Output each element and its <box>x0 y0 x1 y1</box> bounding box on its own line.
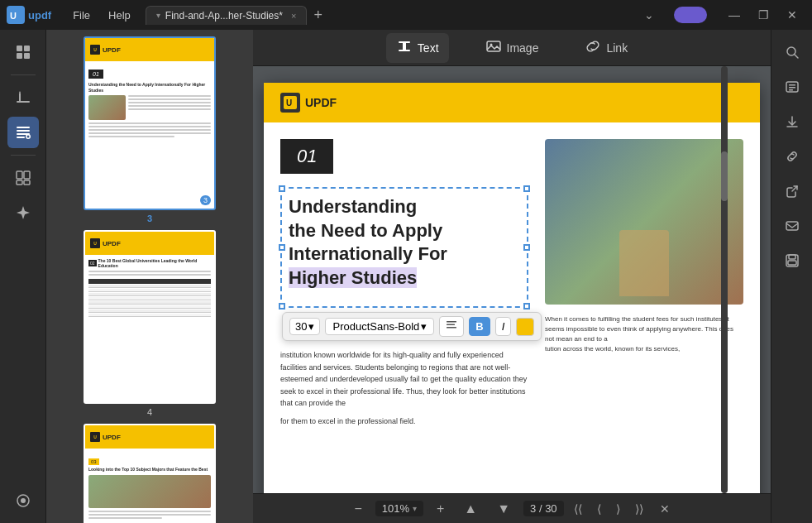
svg-rect-37 <box>789 89 793 91</box>
thumb3-logo-u: U <box>93 47 97 52</box>
zoom-out-button[interactable]: − <box>347 498 368 520</box>
thumbnail-3-label: 3 <box>147 214 152 223</box>
tab-more-button[interactable]: ⌄ <box>638 8 661 22</box>
thumbnail-4-content: U UPDF 02 The 10 Best Global Universitie… <box>85 232 214 402</box>
toolbar-text[interactable]: Text <box>386 33 449 63</box>
thumb4-row-6 <box>88 305 211 309</box>
thumb3-page-num: 01 <box>88 70 103 79</box>
maximize-button[interactable]: ❐ <box>750 5 777 25</box>
close-button[interactable]: ✕ <box>779 5 805 25</box>
thumb5-title: Looking into the Top 10 Subject Majors t… <box>88 467 211 473</box>
link-icon <box>585 38 601 55</box>
svg-rect-17 <box>17 180 22 185</box>
font-name-select[interactable]: ProductSans-Bold ▾ <box>325 318 434 335</box>
content-area[interactable]: U UPDF 01 <box>253 66 771 493</box>
sidebar-item-ai[interactable] <box>7 197 39 228</box>
font-toolbar: 30 ▾ ProductSans-Bold ▾ <box>282 312 542 341</box>
scrollbar-thumb[interactable] <box>721 151 728 201</box>
nav-close-button[interactable]: ✕ <box>653 499 676 519</box>
thumb3-line-5 <box>128 108 211 110</box>
page-next-button[interactable]: ⟩ <box>611 499 625 519</box>
ai-icon <box>15 204 31 221</box>
page-first-button[interactable]: ⟨⟨ <box>569 499 587 519</box>
menu-help[interactable]: Help <box>100 6 139 25</box>
sidebar-item-thumbnail[interactable] <box>7 36 39 68</box>
toolbar-link[interactable]: Link <box>575 33 638 63</box>
svg-rect-30 <box>447 324 455 326</box>
thumb4-logo: U UPDF <box>90 238 121 248</box>
active-tab[interactable]: ▾ Find-and-Ap...her-Studies* × <box>146 6 308 25</box>
right-sidebar-search[interactable] <box>776 36 808 68</box>
font-color-button[interactable] <box>516 318 534 336</box>
add-tab-button[interactable]: + <box>307 7 329 24</box>
pdf-title-line3: Internationally For <box>289 243 447 264</box>
pdf-title: Understanding the Need to Apply Internat… <box>289 195 520 290</box>
svg-rect-35 <box>789 84 795 86</box>
right-sidebar-link[interactable] <box>776 141 808 172</box>
thumb4-line-2 <box>88 274 211 276</box>
search-icon <box>785 45 800 60</box>
svg-rect-5 <box>24 53 30 59</box>
pdf-right-column: When it comes to fulfilling the student … <box>545 139 743 434</box>
right-sidebar-share[interactable] <box>776 175 808 207</box>
svg-marker-8 <box>19 91 21 93</box>
page-prev-button[interactable]: ⟨ <box>592 499 606 519</box>
minimize-button[interactable]: — <box>720 5 748 25</box>
thumbnail-page-5[interactable]: U UPDF 03 Looking into the Top 10 Subjec… <box>53 424 246 523</box>
svg-point-14 <box>26 136 29 138</box>
toolbar-text-label: Text <box>418 41 439 55</box>
zoom-display: 101% ▾ <box>375 501 423 516</box>
toolbar-link-label: Link <box>606 41 628 55</box>
thumbnail-panel: U UPDF 01 Understanding the Need to Appl… <box>46 30 253 523</box>
thumb4-num: 02 <box>88 260 97 266</box>
pdf-left-column: 01 <box>280 139 528 434</box>
thumb4-row-3 <box>88 293 211 296</box>
zoom-in-button[interactable]: + <box>430 498 451 520</box>
edit-icon <box>15 124 31 141</box>
zoom-dropdown-arrow[interactable]: ▾ <box>413 504 417 513</box>
sidebar-item-organize[interactable] <box>7 162 39 194</box>
right-sidebar-import[interactable] <box>776 106 808 137</box>
sidebar-item-annotate[interactable] <box>7 82 39 113</box>
thumb3-body-line-1 <box>88 122 211 124</box>
toolbar-image[interactable]: Image <box>475 33 549 63</box>
thumbnail-page-4[interactable]: U UPDF 02 The 10 Best Global Universitie… <box>53 230 246 417</box>
settings-icon <box>15 492 31 509</box>
svg-text:U: U <box>286 98 292 108</box>
text-edit-box[interactable]: Understanding the Need to Apply Internat… <box>280 187 528 308</box>
thumbnail-page-3[interactable]: U UPDF 01 Understanding the Need to Appl… <box>53 36 246 223</box>
svg-rect-31 <box>447 327 456 329</box>
title-bar: U updf File Help ▾ Find-and-Ap...her-Stu… <box>0 0 812 30</box>
bold-button[interactable]: B <box>469 317 490 336</box>
menu-file[interactable]: File <box>64 6 98 25</box>
font-size-select[interactable]: 30 ▾ <box>289 318 320 335</box>
right-sidebar-ocr[interactable] <box>776 71 808 103</box>
thumbnail-3-content: U UPDF 01 Understanding the Need to Appl… <box>85 38 214 209</box>
thumb3-badge: 3 <box>200 195 211 205</box>
pdf-header: U UPDF <box>264 83 760 122</box>
thumb4-body: 02 The 10 Best Global Universities Leadi… <box>85 255 214 320</box>
pdf-body-text-1: institution known worldwide for its high… <box>280 349 528 409</box>
scroll-up-button[interactable]: ▲ <box>457 498 484 520</box>
sidebar-item-edit[interactable] <box>7 117 39 148</box>
svg-rect-18 <box>24 180 30 185</box>
thumb5-num-badge: 03 <box>88 458 99 465</box>
right-sidebar-mail[interactable] <box>776 210 808 242</box>
thumb4-row-4 <box>88 297 211 300</box>
thumb4-logo-label: UPDF <box>103 240 121 247</box>
annotate-icon <box>15 89 31 106</box>
tab-close-button[interactable]: × <box>291 11 296 21</box>
right-sidebar-save[interactable] <box>776 245 808 276</box>
scroll-down-button[interactable]: ▼ <box>490 498 517 520</box>
page-last-button[interactable]: ⟩⟩ <box>630 499 648 519</box>
thumb3-image-area <box>88 95 211 120</box>
thumb3-line-1 <box>128 95 211 97</box>
svg-point-21 <box>21 498 26 503</box>
sidebar-item-bottom[interactable] <box>7 485 39 516</box>
italic-button[interactable]: I <box>495 317 512 336</box>
text-align-button[interactable] <box>439 316 464 337</box>
page-navigation: 3 / 30 ⟨⟨ ⟨ ⟩ ⟩⟩ ✕ <box>523 499 676 519</box>
tab-bar: ▾ Find-and-Ap...her-Studies* × + <box>146 6 631 25</box>
svg-rect-25 <box>487 41 500 51</box>
pdf-title-line2: the Need to Apply <box>289 220 442 241</box>
